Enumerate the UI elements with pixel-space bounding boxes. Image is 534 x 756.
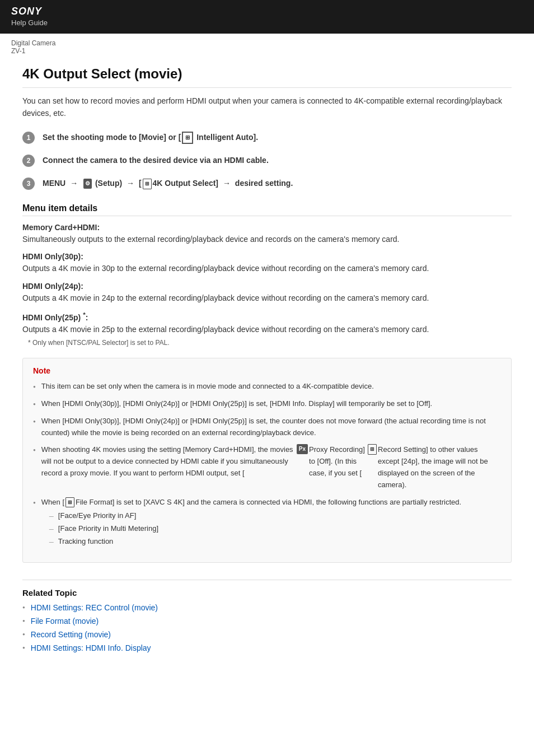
related-list: HDMI Settings: REC Control (movie) File … <box>22 603 512 652</box>
menu-details-heading: Menu item details <box>22 203 512 216</box>
note-item-2: When [HDMI Only(30p)], [HDMI Only(24p)] … <box>33 398 501 410</box>
menu-item-3-title: HDMI Only(24p): <box>22 282 512 291</box>
related-item-1[interactable]: HDMI Settings: REC Control (movie) <box>22 603 512 612</box>
menu-item-1: Memory Card+HDMI: Simultaneously outputs… <box>22 223 512 245</box>
related-section: Related Topic HDMI Settings: REC Control… <box>22 580 512 652</box>
brand-logo: SONY <box>11 6 523 17</box>
output-select-icon: ⊞ <box>143 179 152 189</box>
menu-item-2-desc: Outputs a 4K movie in 30p to the externa… <box>22 262 512 274</box>
note-list: This item can be set only when the camer… <box>33 381 501 549</box>
menu-item-2: HDMI Only(30p): Outputs a 4K movie in 30… <box>22 252 512 274</box>
note-box: Note This item can be set only when the … <box>22 358 512 563</box>
menu-item-3: HDMI Only(24p): Outputs a 4K movie in 24… <box>22 282 512 304</box>
menu-item-1-title: Memory Card+HDMI: <box>22 223 512 232</box>
main-content: 4K Output Select (movie) You can set how… <box>0 60 534 679</box>
related-link-1[interactable]: HDMI Settings: REC Control (movie) <box>31 603 158 612</box>
note-item-3: When [HDMI Only(30p)], [HDMI Only(24p)] … <box>33 416 501 439</box>
restricted-item-1: [Face/Eye Priority in AF] <box>49 510 461 522</box>
restricted-item-3: Tracking function <box>49 536 461 548</box>
film-icon-small: ⊞ <box>368 444 377 454</box>
restricted-item-2: [Face Priority in Multi Metering] <box>49 523 461 535</box>
related-item-2[interactable]: File Format (movie) <box>22 617 512 626</box>
step-number-1: 1 <box>22 132 35 144</box>
breadcrumb: Digital Camera ZV-1 <box>0 34 534 60</box>
menu-item-3-desc: Outputs a 4K movie in 24p to the externa… <box>22 292 512 304</box>
restricted-functions-list: [Face/Eye Priority in AF] [Face Priority… <box>49 510 461 547</box>
step-2-content: Connect the camera to the desired device… <box>43 154 269 166</box>
breadcrumb-line2: ZV-1 <box>11 47 523 55</box>
menu-details-section: Menu item details Memory Card+HDMI: Simu… <box>22 203 512 347</box>
step-number-2: 2 <box>22 155 35 167</box>
menu-item-4-desc: Outputs a 4K movie in 25p to the externa… <box>22 323 512 335</box>
related-link-2[interactable]: File Format (movie) <box>31 617 99 626</box>
header-subtitle: Help Guide <box>11 18 523 27</box>
footnote: * Only when [NTSC/PAL Selector] is set t… <box>28 339 512 347</box>
intelligent-auto-icon: ⊞ <box>182 132 193 144</box>
steps-container: 1 Set the shooting mode to [Movie] or [⊞… <box>22 131 512 190</box>
step-number-3: 3 <box>22 178 35 190</box>
breadcrumb-line1: Digital Camera <box>11 39 523 47</box>
menu-item-4: HDMI Only(25p) *: Outputs a 4K movie in … <box>22 311 512 335</box>
step-2: 2 Connect the camera to the desired devi… <box>22 154 512 167</box>
file-format-icon: ⊞ <box>65 497 74 507</box>
related-item-4[interactable]: HDMI Settings: HDMI Info. Display <box>22 643 512 652</box>
note-title: Note <box>33 366 501 375</box>
step-1-content: Set the shooting mode to [Movie] or [⊞ I… <box>43 131 258 144</box>
step-3-content: MENU → ⚙ (Setup) → [⊞4K Output Select] →… <box>43 177 293 189</box>
menu-item-2-title: HDMI Only(30p): <box>22 252 512 261</box>
setup-icon: ⚙ <box>83 179 92 189</box>
related-link-3[interactable]: Record Setting (movie) <box>31 630 111 639</box>
step-3: 3 MENU → ⚙ (Setup) → [⊞4K Output Select]… <box>22 177 512 190</box>
menu-item-1-desc: Simultaneously outputs to the external r… <box>22 233 512 245</box>
related-item-3[interactable]: Record Setting (movie) <box>22 630 512 639</box>
menu-item-4-title: HDMI Only(25p) *: <box>22 311 512 322</box>
proxy-icon: Px <box>297 444 308 454</box>
page-title: 4K Output Select (movie) <box>22 66 512 88</box>
intro-text: You can set how to record movies and per… <box>22 95 512 120</box>
note-item-4: When shooting 4K movies using the settin… <box>33 444 501 491</box>
related-heading: Related Topic <box>22 588 512 598</box>
header: SONY Help Guide <box>0 0 534 34</box>
related-link-4[interactable]: HDMI Settings: HDMI Info. Display <box>31 643 151 652</box>
note-item-1: This item can be set only when the camer… <box>33 381 501 393</box>
note-item-5: When [⊞File Format] is set to [XAVC S 4K… <box>33 497 501 549</box>
step-1: 1 Set the shooting mode to [Movie] or [⊞… <box>22 131 512 144</box>
